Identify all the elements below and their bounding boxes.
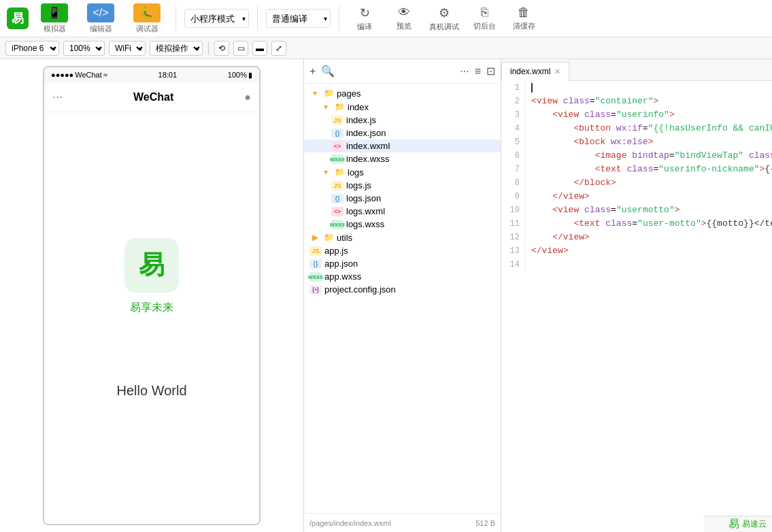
sep2	[257, 6, 258, 31]
phone-time: 18:01	[158, 71, 178, 79]
network-select[interactable]: WiFi 4G 3G	[109, 41, 146, 56]
icon-wxml-index: <>	[331, 142, 343, 151]
real-debug-icon: ⚙	[439, 5, 450, 20]
phone-logo-text: 易	[139, 248, 165, 282]
tree-item-logs-wxml[interactable]: <> logs.wxml	[304, 205, 501, 218]
sep1	[175, 6, 176, 31]
file-panel: + 🔍 ··· ≡ ⊡ ▾ 📁 pages ▾ 📁 index JS i	[304, 59, 501, 532]
tree-item-project-config[interactable]: {•} project.config.json	[304, 283, 501, 296]
tree-item-index-js[interactable]: JS index.js	[304, 114, 501, 127]
folder-icon-pages: ▾	[309, 88, 320, 99]
cut-button[interactable]: ⎘ 切后台	[467, 3, 501, 34]
clear-label: 清缓存	[513, 21, 535, 31]
phone-dot-icon: ●	[244, 91, 251, 103]
editor-tab-index-wxml[interactable]: index.wxml ✕	[501, 62, 569, 81]
collapse-button[interactable]: ⊡	[486, 65, 495, 78]
icon-json-app: {}	[309, 259, 322, 269]
editor-panel: index.wxml ✕ 1 2 <view class="container"…	[501, 59, 772, 532]
icon-js-logs: JS	[331, 181, 343, 190]
icon-json-index: {}	[331, 129, 343, 138]
debugger-button[interactable]: 🐛 调试器	[127, 3, 167, 34]
refresh-button[interactable]: ↻ 编译	[348, 3, 382, 35]
add-file-button[interactable]: +	[309, 65, 316, 78]
icon-js-app: JS	[309, 246, 322, 256]
code-area[interactable]: 1 2 <view class="container"> 3 <view cla…	[501, 81, 772, 532]
tree-item-utils[interactable]: ▶ 📁 utils	[304, 231, 501, 244]
phone-signal: ●●●●●	[51, 71, 73, 79]
sep3	[339, 6, 339, 31]
tree-label-pages: pages	[337, 88, 360, 99]
preview-icon: 👁	[398, 5, 410, 20]
tree-label-logs-js: logs.js	[346, 180, 371, 190]
zoom-select-wrapper[interactable]: 100% 75% 125%	[63, 41, 105, 56]
compile-select[interactable]: 普通编译 自定义编译	[266, 9, 331, 28]
preview-button[interactable]: 👁 预览	[387, 3, 421, 34]
phone-battery-icon: ▮	[248, 71, 252, 80]
tree-item-app-json[interactable]: {} app.json	[304, 257, 501, 270]
tree-item-logs-wxss[interactable]: wxss logs.wxss	[304, 218, 501, 231]
search-file-button[interactable]: 🔍	[321, 65, 335, 78]
tree-item-index-json[interactable]: {} index.json	[304, 127, 501, 139]
operation-select[interactable]: 模拟操作	[150, 41, 203, 56]
code-line-10: 10 <view class="usermotto">	[501, 203, 772, 217]
code-line-2: 2 <view class="container">	[501, 95, 772, 108]
tree-label-index-js: index.js	[346, 115, 376, 125]
icon-js: JS	[331, 116, 343, 125]
tree-item-index-wxml[interactable]: <> index.wxml	[304, 139, 501, 152]
file-toolbar: + 🔍 ··· ≡ ⊡	[304, 59, 501, 84]
editor-label: 编辑器	[90, 24, 112, 34]
device-select-wrapper[interactable]: iPhone 6 iPhone 5 iPhone X	[5, 41, 59, 56]
tree-item-app-js[interactable]: JS app.js	[304, 244, 501, 257]
tree-item-logs-json[interactable]: {} logs.json	[304, 192, 501, 205]
second-bar: iPhone 6 iPhone 5 iPhone X 100% 75% 125%…	[0, 37, 772, 59]
editor-tab-close[interactable]: ✕	[554, 67, 560, 76]
network-select-wrapper[interactable]: WiFi 4G 3G	[109, 41, 146, 56]
clear-button[interactable]: 🗑 清缓存	[507, 3, 541, 34]
cut-label: 切后台	[473, 21, 496, 31]
simulator-button[interactable]: 📱 模拟器	[34, 3, 75, 34]
file-tree: ▾ 📁 pages ▾ 📁 index JS index.js {} index…	[304, 84, 501, 513]
code-line-4: 4 <button wx:if="{{!hasUserInfo && canIU…	[501, 122, 772, 135]
main-area: ●●●●● WeChat ≈ 18:01 100% ▮ ··· WeChat ●…	[0, 59, 772, 532]
compile-select-wrapper[interactable]: 普通编译 自定义编译	[266, 9, 331, 28]
code-line-6: 6 <image bindtap="bindViewTap" class="	[501, 149, 772, 163]
phone-logo-circle: 易	[124, 238, 179, 293]
code-line-9: 9 </view>	[501, 190, 772, 203]
icon-wxml-logs: <>	[331, 207, 343, 216]
code-line-7: 7 <text class="userinfo-nickname">{{us	[501, 163, 772, 176]
phone-button[interactable]: ▭	[233, 41, 248, 56]
tree-item-logs-js[interactable]: JS logs.js	[304, 179, 501, 192]
code-line-14: 14	[501, 258, 772, 271]
phone-panel: ●●●●● WeChat ≈ 18:01 100% ▮ ··· WeChat ●…	[0, 59, 304, 532]
phone-battery: 100%	[228, 71, 247, 79]
phone-wifi-icon: ≈	[103, 71, 107, 79]
phone-status-bar: ●●●●● WeChat ≈ 18:01 100% ▮	[44, 67, 259, 82]
tree-item-pages[interactable]: ▾ 📁 pages	[304, 86, 501, 100]
tree-label-logs: logs	[348, 167, 364, 178]
editor-button[interactable]: </> 编辑器	[80, 3, 121, 34]
code-line-3: 3 <view class="userinfo">	[501, 108, 772, 122]
top-toolbar: 易 📱 模拟器 </> 编辑器 🐛 调试器 小程序模式 插件模式 普通编译 自定…	[0, 0, 772, 37]
tree-item-index[interactable]: ▾ 📁 index	[304, 100, 501, 114]
operation-select-wrapper[interactable]: 模拟操作	[150, 41, 203, 56]
expand-button[interactable]: ⤢	[271, 41, 286, 56]
landscape-button[interactable]: ▬	[252, 41, 267, 56]
phone-carrier: WeChat	[75, 71, 102, 79]
tree-label-index-wxss: index.wxss	[346, 154, 390, 164]
zoom-select[interactable]: 100% 75% 125%	[63, 41, 105, 56]
code-line-12: 12 </view>	[501, 231, 772, 244]
mode-select-wrapper[interactable]: 小程序模式 插件模式	[184, 9, 249, 28]
tree-label-index-json: index.json	[346, 128, 386, 138]
rotate-left-button[interactable]: ⟲	[214, 41, 229, 56]
tree-item-logs[interactable]: ▾ 📁 logs	[304, 165, 501, 179]
tree-item-index-wxss[interactable]: wxss index.wxss	[304, 152, 501, 165]
tree-label-utils: utils	[337, 233, 352, 243]
simulator-icon: 📱	[41, 3, 68, 22]
real-debug-button[interactable]: ⚙ 真机调试	[426, 3, 462, 35]
filter-button[interactable]: ≡	[475, 65, 481, 78]
device-select[interactable]: iPhone 6 iPhone 5 iPhone X	[5, 41, 59, 56]
tree-item-app-wxss[interactable]: wxss app.wxss	[304, 270, 501, 283]
file-path: /pages/index/index.wxml	[309, 519, 391, 527]
mode-select[interactable]: 小程序模式 插件模式	[184, 9, 249, 28]
more-options-button[interactable]: ···	[460, 65, 469, 78]
